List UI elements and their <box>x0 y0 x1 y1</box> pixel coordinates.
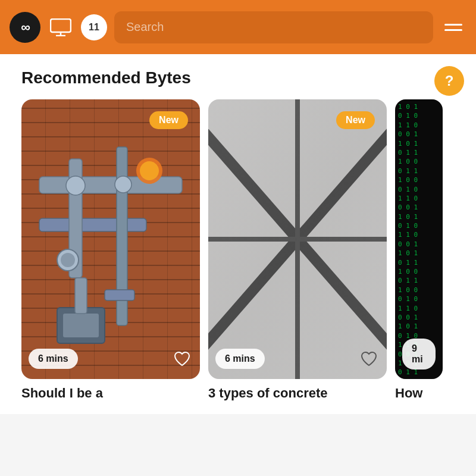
main-content: Recommended Bytes ? <box>0 54 476 414</box>
cards-row: New 6 mins Should I be a <box>21 99 464 402</box>
card-3[interactable]: 1 0 10 1 01 1 00 0 11 0 10 1 11 0 00 1 1… <box>395 99 443 402</box>
menu-line-1 <box>444 24 462 26</box>
menu-line-2 <box>444 29 462 31</box>
help-button[interactable]: ? <box>434 66 464 96</box>
card-3-title: How <box>395 385 443 402</box>
card-1-heart-icon[interactable] <box>171 348 193 369</box>
notification-badge[interactable]: 11 <box>81 14 107 40</box>
menu-button[interactable] <box>440 14 466 40</box>
card-1-badge: New <box>149 111 188 129</box>
monitor-icon <box>50 18 71 36</box>
card-1-bottom: 6 mins <box>29 348 193 369</box>
svg-rect-0 <box>51 19 71 32</box>
svg-point-7 <box>66 176 85 195</box>
svg-rect-21 <box>208 99 387 379</box>
card-2-title: 3 types of concrete <box>208 385 387 402</box>
concrete-svg <box>208 99 387 379</box>
card-2-image: New 6 mins <box>208 99 387 379</box>
search-input[interactable] <box>114 11 433 43</box>
card-2-heart-icon[interactable] <box>358 348 380 369</box>
card-1-duration: 6 mins <box>29 349 78 369</box>
svg-point-14 <box>140 161 159 180</box>
pipes-svg <box>21 99 200 379</box>
svg-point-8 <box>115 176 131 193</box>
svg-point-16 <box>61 253 75 267</box>
help-label: ? <box>445 73 454 89</box>
svg-rect-3 <box>39 177 182 193</box>
svg-rect-10 <box>63 314 99 337</box>
card-2-bottom: 6 mins <box>215 348 380 369</box>
card-3-duration: 9 mi <box>402 339 436 369</box>
card-1-image: New 6 mins <box>21 99 200 379</box>
header: ∞ 11 <box>0 0 476 54</box>
svg-rect-11 <box>75 278 87 314</box>
notification-count: 11 <box>89 22 99 33</box>
matrix-text: 1 0 10 1 01 1 00 0 11 0 10 1 11 0 00 1 1… <box>395 99 443 379</box>
section-title: Recommended Bytes <box>21 68 464 87</box>
matrix-background: 1 0 10 1 01 1 00 0 11 0 10 1 11 0 00 1 1… <box>395 99 443 379</box>
monitor-icon-wrap[interactable] <box>48 14 74 40</box>
card-3-bottom: 9 mi <box>402 339 436 369</box>
logo[interactable]: ∞ <box>10 12 40 43</box>
card-3-image: 1 0 10 1 01 1 00 0 11 0 10 1 11 0 00 1 1… <box>395 99 443 379</box>
svg-rect-12 <box>105 290 134 300</box>
card-2[interactable]: New 6 mins 3 types of concrete <box>208 99 387 402</box>
card-2-badge: New <box>336 111 375 129</box>
card-1[interactable]: New 6 mins Should I be a <box>21 99 200 402</box>
svg-rect-4 <box>39 218 146 231</box>
card-2-duration: 6 mins <box>215 349 265 369</box>
card-1-title: Should I be a <box>21 385 200 402</box>
logo-icon: ∞ <box>21 20 29 35</box>
